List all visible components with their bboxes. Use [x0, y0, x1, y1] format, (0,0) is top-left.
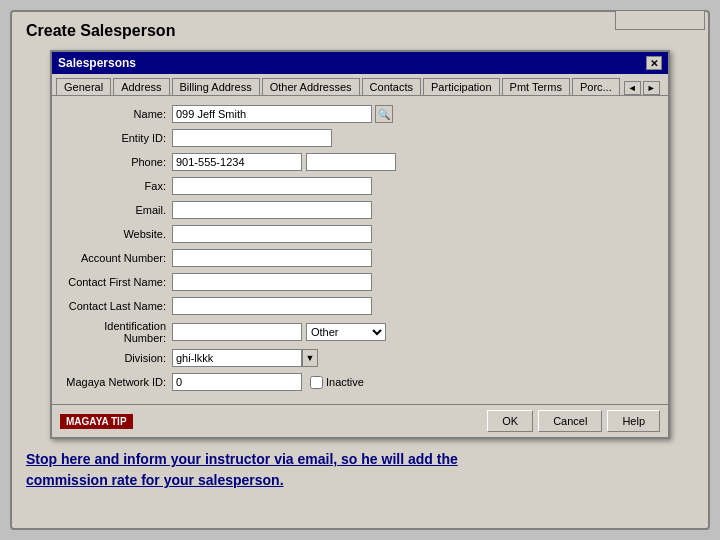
network-id-input[interactable]: [172, 373, 302, 391]
fax-input[interactable]: [172, 177, 372, 195]
footer-left: MAGAYA TIP: [60, 412, 482, 431]
form-area: Name: 🔍 Entity ID: Phone: Fax:: [52, 96, 668, 404]
tab-general[interactable]: General: [56, 78, 111, 96]
tab-contacts[interactable]: Contacts: [362, 78, 421, 95]
dialog-title: Salespersons: [58, 56, 136, 70]
website-row: Website.: [62, 224, 658, 244]
tab-participation[interactable]: Participation: [423, 78, 500, 95]
page-title: Create Salesperson: [22, 22, 698, 40]
tab-address[interactable]: Address: [113, 78, 169, 95]
contact-first-input[interactable]: [172, 273, 372, 291]
account-input[interactable]: [172, 249, 372, 267]
tab-scroll-prev[interactable]: ◄: [624, 81, 641, 95]
bottom-line1: Stop here and inform your instructor via…: [26, 451, 458, 467]
id-type-select[interactable]: Other SSN EIN: [306, 323, 386, 341]
network-id-row: Magaya Network ID: Inactive: [62, 372, 658, 392]
tab-other-addresses[interactable]: Other Addresses: [262, 78, 360, 95]
bottom-instruction: Stop here and inform your instructor via…: [22, 449, 698, 491]
entity-id-row: Entity ID:: [62, 128, 658, 148]
close-button[interactable]: ✕: [646, 56, 662, 70]
inactive-label: Inactive: [310, 376, 364, 389]
id-number-input[interactable]: [172, 323, 302, 341]
phone2-input[interactable]: [306, 153, 396, 171]
cancel-button[interactable]: Cancel: [538, 410, 602, 432]
contact-first-row: Contact First Name:: [62, 272, 658, 292]
top-right-decoration: [615, 10, 705, 30]
magaya-tip-label: MAGAYA TIP: [60, 414, 133, 429]
bottom-line2: commission rate for your salesperson.: [26, 472, 284, 488]
help-button[interactable]: Help: [607, 410, 660, 432]
search-icon: 🔍: [378, 109, 390, 120]
entity-id-label: Entity ID:: [62, 132, 172, 144]
network-id-label: Magaya Network ID:: [62, 376, 172, 388]
division-dropdown-button[interactable]: ▼: [302, 349, 318, 367]
phone-row: Phone:: [62, 152, 658, 172]
division-input[interactable]: [172, 349, 302, 367]
name-input[interactable]: [172, 105, 372, 123]
contact-last-label: Contact Last Name:: [62, 300, 172, 312]
contact-last-input[interactable]: [172, 297, 372, 315]
tab-scroll-next[interactable]: ►: [643, 81, 660, 95]
tab-porc[interactable]: Porc...: [572, 78, 620, 95]
website-label: Website.: [62, 228, 172, 240]
dialog-footer: MAGAYA TIP OK Cancel Help: [52, 404, 668, 437]
division-label: Division:: [62, 352, 172, 364]
fax-row: Fax:: [62, 176, 658, 196]
name-row: Name: 🔍: [62, 104, 658, 124]
tab-billing-address[interactable]: Billing Address: [172, 78, 260, 95]
email-row: Email.: [62, 200, 658, 220]
phone-label: Phone:: [62, 156, 172, 168]
inactive-text: Inactive: [326, 376, 364, 388]
division-row: Division: ▼: [62, 348, 658, 368]
salespersons-dialog: Salespersons ✕ General Address Billing A…: [50, 50, 670, 439]
name-label: Name:: [62, 108, 172, 120]
account-row: Account Number:: [62, 248, 658, 268]
contact-first-label: Contact First Name:: [62, 276, 172, 288]
account-label: Account Number:: [62, 252, 172, 264]
ok-button[interactable]: OK: [487, 410, 533, 432]
name-search-button[interactable]: 🔍: [375, 105, 393, 123]
entity-id-input[interactable]: [172, 129, 332, 147]
fax-label: Fax:: [62, 180, 172, 192]
email-label: Email.: [62, 204, 172, 216]
email-input[interactable]: [172, 201, 372, 219]
id-number-row: Identification Number: Other SSN EIN: [62, 320, 658, 344]
contact-last-row: Contact Last Name:: [62, 296, 658, 316]
id-number-label: Identification Number:: [62, 320, 172, 344]
phone-input[interactable]: [172, 153, 302, 171]
tabs-bar: General Address Billing Address Other Ad…: [52, 74, 668, 96]
dialog-titlebar: Salespersons ✕: [52, 52, 668, 74]
inactive-checkbox[interactable]: [310, 376, 323, 389]
tab-pmt-terms[interactable]: Pmt Terms: [502, 78, 570, 95]
website-input[interactable]: [172, 225, 372, 243]
outer-container: Create Salesperson Salespersons ✕ Genera…: [10, 10, 710, 530]
